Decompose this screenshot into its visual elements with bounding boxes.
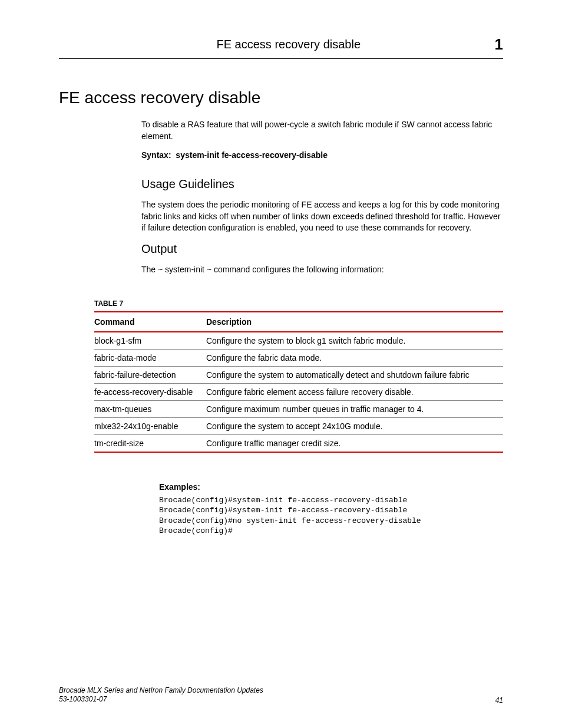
desc-cell: Configure fabric element access failure … <box>206 383 503 400</box>
command-table: Command Description block-g1-sfm Configu… <box>94 311 503 453</box>
cmd-cell: max-tm-queues <box>94 400 206 417</box>
table-row: block-g1-sfm Configure the system to blo… <box>94 332 503 350</box>
usage-guidelines-heading: Usage Guidelines <box>141 177 503 191</box>
syntax-line: Syntax: system-init fe-access-recovery-d… <box>141 150 503 160</box>
table-header-description: Description <box>206 312 503 332</box>
chapter-number: 1 <box>495 35 503 54</box>
cmd-cell: fabric-failure-detection <box>94 366 206 383</box>
syntax-command: system-init fe-access-recovery-disable <box>176 150 328 160</box>
table-header-row: Command Description <box>94 312 503 332</box>
usage-paragraph: The system does the periodic monitoring … <box>141 199 503 234</box>
desc-cell: Configure maximum number queues in traff… <box>206 400 503 417</box>
footer-doc-info: Brocade MLX Series and NetIron Family Do… <box>59 686 263 704</box>
output-paragraph: The ~ system-init ~ command configures t… <box>141 264 503 276</box>
cmd-cell: mlxe32-24x10g-enable <box>94 417 206 434</box>
table-row: fe-access-recovery-disable Configure fab… <box>94 383 503 400</box>
footer-doc-number: 53-1003301-07 <box>59 695 263 704</box>
cmd-cell: tm-credit-size <box>94 434 206 452</box>
example-line: Brocade(config)# <box>159 526 503 536</box>
cmd-cell: block-g1-sfm <box>94 332 206 350</box>
footer-doc-title: Brocade MLX Series and NetIron Family Do… <box>59 686 263 696</box>
running-head-title: FE access recovery disable <box>82 38 495 51</box>
table-row: mlxe32-24x10g-enable Configure the syste… <box>94 417 503 434</box>
desc-cell: Configure the system to block g1 switch … <box>206 332 503 350</box>
table-row: max-tm-queues Configure maximum number q… <box>94 400 503 417</box>
page-footer: Brocade MLX Series and NetIron Family Do… <box>59 686 503 704</box>
examples-label: Examples: <box>159 482 503 492</box>
table-row: fabric-data-mode Configure the fabric da… <box>94 349 503 366</box>
desc-cell: Configure the fabric data mode. <box>206 349 503 366</box>
table-row: fabric-failure-detection Configure the s… <box>94 366 503 383</box>
example-line: Brocade(config)#system-init fe-access-re… <box>159 505 503 516</box>
desc-cell: Configure traffic manager credit size. <box>206 434 503 452</box>
table-label: TABLE 7 <box>94 299 503 308</box>
example-line: Brocade(config)#no system-init fe-access… <box>159 516 503 526</box>
desc-cell: Configure the system to automatically de… <box>206 366 503 383</box>
page-title: FE access recovery disable <box>59 88 503 107</box>
page-header: FE access recovery disable 1 <box>59 35 503 59</box>
table-header-command: Command <box>94 312 206 332</box>
cmd-cell: fabric-data-mode <box>94 349 206 366</box>
intro-paragraph: To disable a RAS feature that will power… <box>141 119 503 142</box>
desc-cell: Configure the system to accept 24x10G mo… <box>206 417 503 434</box>
footer-page-number: 41 <box>495 696 503 704</box>
syntax-label: Syntax: <box>141 150 171 160</box>
output-heading: Output <box>141 242 503 256</box>
cmd-cell: fe-access-recovery-disable <box>94 383 206 400</box>
table-row: tm-credit-size Configure traffic manager… <box>94 434 503 452</box>
examples-block: Examples: Brocade(config)#system-init fe… <box>159 482 503 536</box>
example-line: Brocade(config)#system-init fe-access-re… <box>159 495 503 506</box>
